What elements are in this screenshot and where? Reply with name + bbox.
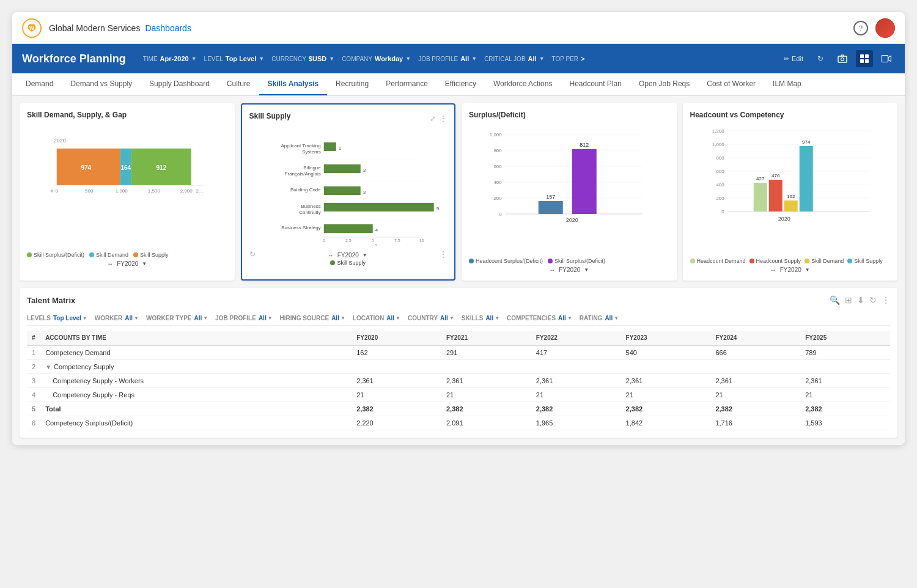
cell-fy2024: 1,716 (710, 416, 800, 430)
tab-demand[interactable]: Demand (17, 73, 62, 95)
row-num: 4 (27, 388, 40, 402)
camera-button[interactable] (834, 50, 851, 67)
level-filter[interactable]: LEVEL Top Level ▼ (204, 55, 265, 62)
edit-button[interactable]: ✏Edit (780, 53, 807, 65)
job-profile-filter[interactable]: All ▼ (259, 315, 273, 322)
table-row: 6 Competency Surplus/(Deficit) 2,220 2,0… (27, 416, 890, 430)
tab-performance[interactable]: Performance (377, 73, 436, 95)
row-label: Competency Demand (40, 345, 352, 360)
surplus-deficit-legend: Headcount Surplus/(Deficit) Skill Surplu… (469, 258, 669, 264)
job-profile-filter-label: JOB PROFILE (215, 315, 256, 322)
skill-demand-title: Skill Demand, Supply, & Gap (27, 111, 227, 119)
time-filter[interactable]: TIME Apr-2020 ▼ (143, 55, 197, 62)
svg-text:Bilingue: Bilingue (303, 165, 321, 171)
svg-rect-5 (865, 54, 869, 58)
table-row: 2 ▼Competency Supply (27, 360, 890, 374)
svg-rect-2 (838, 56, 847, 62)
skill-demand-footer[interactable]: ↔FY2020▼ (27, 260, 227, 267)
cell-fy2021: 21 (441, 388, 531, 402)
grid-view-button[interactable] (856, 50, 873, 67)
cell-fy2025: 2,361 (800, 374, 890, 388)
filter-action[interactable]: ⊞ (845, 295, 852, 305)
tab-recruiting[interactable]: Recruiting (327, 73, 377, 95)
skill-demand-legend: Skill Surplus/(Deficit) Skill Demand Ski… (27, 252, 227, 258)
export-action[interactable]: ⬇ (857, 295, 864, 305)
criticaljob-filter[interactable]: CRITICAL JOB All ▼ (484, 55, 544, 62)
tab-open-job-reqs[interactable]: Open Job Reqs (630, 73, 698, 95)
collapse-icon[interactable]: ▼ (45, 364, 51, 370)
refresh-action[interactable]: ↻ (869, 295, 877, 305)
svg-text:2.5: 2.5 (345, 238, 351, 243)
svg-text:10: 10 (419, 238, 424, 243)
hiring-source-filter[interactable]: All ▼ (331, 315, 345, 322)
cell-fy2021: 2,382 (441, 402, 531, 416)
tab-demand-vs-supply[interactable]: Demand vs Supply (62, 73, 141, 95)
tab-headcount-plan[interactable]: Headcount Plan (561, 73, 630, 95)
surplus-deficit-footer[interactable]: ↔FY2020▼ (469, 266, 669, 273)
svg-point-3 (841, 58, 844, 61)
skill-supply-menu[interactable]: ⋮ (440, 250, 447, 259)
svg-rect-88 (784, 200, 797, 211)
video-button[interactable] (878, 50, 895, 67)
search-action[interactable]: 🔍 (830, 295, 840, 305)
svg-text:1: 1 (338, 145, 341, 151)
talent-matrix-section: Talent Matrix 🔍 ⊞ ⬇ ↻ ⋮ LEVELS Top Level… (20, 288, 897, 438)
col-num: # (27, 331, 40, 345)
cell-fy2020: 2,220 (352, 416, 441, 430)
skills-filter[interactable]: All ▼ (485, 315, 499, 322)
skill-supply-chart: Skill Supply ⤢ ⋮ Applicant Tracking Syst… (241, 103, 456, 281)
tab-ilm-map[interactable]: ILM Map (764, 73, 810, 95)
user-avatar[interactable] (875, 18, 895, 38)
competencies-filter[interactable]: All ▼ (558, 315, 572, 322)
tab-efficiency[interactable]: Efficiency (436, 73, 485, 95)
jobprofile-filter[interactable]: JOB PROFILE All ▼ (418, 55, 477, 62)
tab-skills-analysis[interactable]: Skills Analysis (259, 73, 328, 95)
skill-supply-title: Skill Supply (249, 112, 291, 120)
table-row-total: 5 Total 2,382 2,382 2,382 2,382 2,382 2,… (27, 402, 890, 416)
row-label: Competency Supply - Workers (40, 374, 352, 388)
rating-filter[interactable]: All ▼ (605, 315, 619, 322)
tab-culture[interactable]: Culture (218, 73, 259, 95)
worker-filter[interactable]: All ▼ (125, 315, 139, 322)
svg-rect-44 (323, 224, 372, 233)
menu-icon[interactable]: ⋮ (440, 114, 447, 123)
svg-text:1,000: 1,000 (712, 142, 724, 147)
svg-text:800: 800 (716, 155, 724, 161)
currency-filter[interactable]: CURRENCY $USD ▼ (271, 55, 334, 62)
worker-type-filter[interactable]: All ▼ (194, 315, 208, 322)
topper-filter[interactable]: TOP PER > (552, 55, 585, 62)
help-icon[interactable]: ? (853, 21, 868, 35)
col-fy2024: FY2024 (710, 331, 800, 345)
svg-rect-86 (768, 180, 782, 211)
cell-fy2020: 21 (352, 388, 441, 402)
cell-fy2023: 1,842 (621, 416, 711, 430)
expand-icon[interactable]: ⤢ (430, 114, 436, 123)
headcount-competency-legend: Headcount Demand Headcount Supply Skill … (690, 258, 891, 264)
country-filter[interactable]: All ▼ (440, 315, 454, 322)
skill-supply-footer[interactable]: ↔FY2020▼ (328, 252, 367, 259)
tab-cost-of-worker[interactable]: Cost of Worker (698, 73, 764, 95)
svg-text:600: 600 (716, 169, 724, 174)
company-name: Global Modern Services (49, 23, 140, 33)
dashboards-link[interactable]: Dashboards (145, 23, 191, 33)
svg-text:476: 476 (772, 173, 780, 178)
svg-text:1,500: 1,500 (148, 188, 161, 194)
cell-fy2024: 666 (710, 345, 800, 360)
svg-text:Business Strategy: Business Strategy (281, 225, 320, 230)
svg-text:#: # (374, 243, 377, 246)
row-label: ▼Competency Supply (40, 360, 352, 374)
cell-fy2020: 162 (352, 345, 441, 360)
svg-text:5: 5 (371, 238, 374, 243)
refresh-chart-icon[interactable]: ↻ (249, 250, 256, 259)
more-action[interactable]: ⋮ (882, 295, 890, 305)
tab-supply-dashboard[interactable]: Supply Dashboard (141, 73, 218, 95)
svg-text:200: 200 (493, 196, 502, 201)
headcount-competency-footer[interactable]: ↔FY2020▼ (690, 266, 891, 273)
location-filter[interactable]: All ▼ (386, 315, 400, 322)
svg-text:9: 9 (436, 206, 439, 211)
company-filter[interactable]: COMPANY Workday ▼ (342, 55, 411, 62)
refresh-button[interactable]: ↻ (812, 50, 829, 67)
tab-workforce-actions[interactable]: Workforce Actions (485, 73, 561, 95)
levels-filter[interactable]: Top Level ▼ (53, 315, 87, 322)
levels-filter-label: LEVELS (27, 315, 51, 322)
